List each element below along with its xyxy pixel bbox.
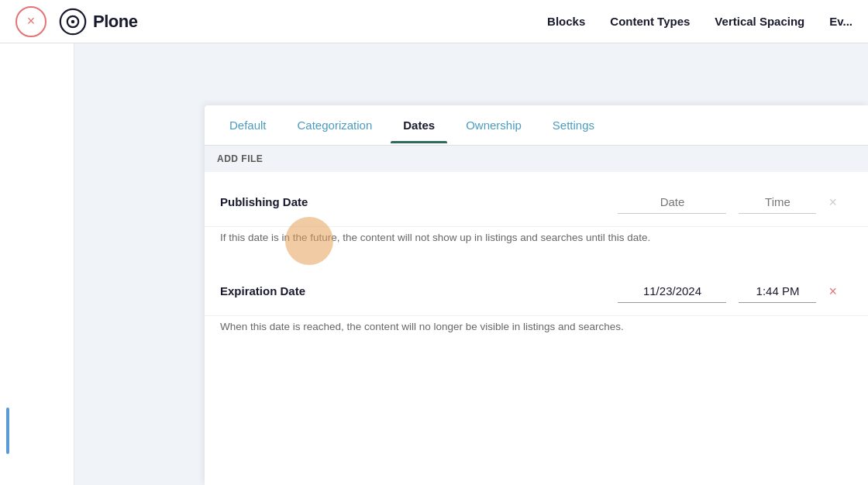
tab-settings[interactable]: Settings [540, 108, 607, 143]
close-button[interactable]: × [16, 6, 46, 37]
tab-dates[interactable]: Dates [391, 108, 447, 143]
expiration-time-input[interactable] [739, 280, 816, 303]
publishing-date-inputs: × [375, 191, 852, 214]
main-area: Default Categorization Dates Ownership S… [74, 43, 868, 485]
tab-default[interactable]: Default [217, 108, 279, 143]
expiration-date-row: Expiration Date × [205, 261, 868, 316]
nav-vertical-spacing[interactable]: Vertical Spacing [715, 15, 804, 28]
publishing-date-description: If this date is in the future, the conte… [205, 227, 868, 261]
expiration-date-input[interactable] [618, 280, 726, 303]
expiration-date-section: Expiration Date × When this date is reac… [205, 261, 868, 350]
plone-logo-text: Plone [93, 12, 137, 32]
publishing-date-input[interactable] [618, 191, 726, 214]
nav-content-types[interactable]: Content Types [610, 15, 690, 28]
publishing-date-row: Publishing Date × [205, 172, 868, 227]
nav-blocks[interactable]: Blocks [547, 15, 585, 28]
section-label: ADD FILE [217, 153, 263, 164]
section-header: ADD FILE [205, 146, 868, 172]
plone-logo-icon [59, 8, 87, 36]
publishing-date-clear-button[interactable]: × [828, 195, 837, 209]
tab-bar: Default Categorization Dates Ownership S… [205, 105, 868, 146]
expiration-date-inputs: × [375, 280, 852, 303]
content-panel: Default Categorization Dates Ownership S… [205, 105, 868, 485]
plone-logo: Plone [59, 8, 137, 36]
tab-categorization[interactable]: Categorization [285, 108, 385, 143]
expiration-date-clear-button[interactable]: × [828, 284, 837, 298]
svg-point-2 [71, 19, 75, 23]
form-area: Publishing Date × If this date is in the… [205, 172, 868, 351]
top-navigation: × Plone Blocks Content Types Vertical Sp… [0, 0, 868, 43]
nav-links: Blocks Content Types Vertical Spacing Ev… [547, 15, 852, 28]
close-icon: × [27, 13, 36, 29]
publishing-date-label: Publishing Date [220, 191, 360, 208]
tab-ownership[interactable]: Ownership [453, 108, 534, 143]
nav-more[interactable]: Ev... [829, 15, 852, 28]
publishing-date-section: Publishing Date × If this date is in the… [205, 172, 868, 261]
expiration-date-label: Expiration Date [220, 280, 360, 298]
expiration-date-description: When this date is reached, the content w… [205, 316, 868, 350]
sidebar-indicator [6, 408, 9, 454]
publishing-time-input[interactable] [739, 191, 816, 214]
left-sidebar [0, 43, 74, 485]
